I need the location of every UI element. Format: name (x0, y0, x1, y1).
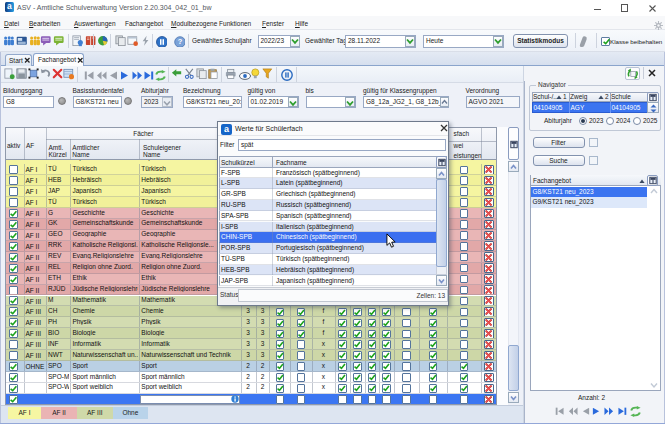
svg-text:?: ? (178, 37, 183, 46)
